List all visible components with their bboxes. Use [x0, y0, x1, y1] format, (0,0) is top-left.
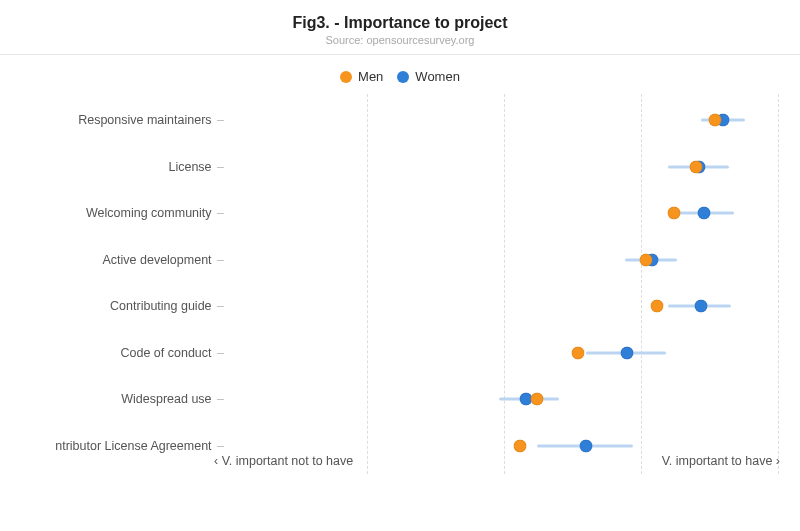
y-tick-label: Widespread use: [121, 392, 224, 406]
dot-women[interactable]: [580, 440, 593, 453]
gridline: [778, 94, 779, 474]
dot-men[interactable]: [530, 393, 543, 406]
y-tick-label: ntributor License Agreement: [55, 439, 224, 453]
dot-men[interactable]: [640, 253, 653, 266]
gridline: [367, 94, 368, 474]
legend-label-women: Women: [415, 69, 460, 84]
y-tick-label: Welcoming community: [86, 206, 224, 220]
x-label-left: ‹ V. important not to have: [214, 454, 353, 468]
y-tick-label: Active development: [102, 253, 224, 267]
chart-subtitle: Source: opensourcesurvey.org: [0, 34, 800, 46]
x-label-right: V. important to have ›: [662, 454, 780, 468]
y-tick-label: Code of conduct: [121, 346, 224, 360]
gridline: [641, 94, 642, 474]
dot-men[interactable]: [667, 207, 680, 220]
legend: Men Women: [0, 69, 800, 84]
chart-container: Fig3. - Importance to project Source: op…: [0, 0, 800, 531]
y-tick-label: Responsive maintainers: [78, 113, 224, 127]
dot-men[interactable]: [708, 114, 721, 127]
dot-men[interactable]: [514, 440, 527, 453]
legend-item-women[interactable]: Women: [397, 69, 460, 84]
dot-women[interactable]: [621, 346, 634, 359]
legend-swatch-men: [340, 71, 352, 83]
dot-women[interactable]: [698, 207, 711, 220]
dot-men[interactable]: [689, 160, 702, 173]
y-tick-label: Contributing guide: [110, 299, 224, 313]
gridline: [504, 94, 505, 474]
y-tick-label: License: [168, 160, 224, 174]
dot-men[interactable]: [571, 346, 584, 359]
plot-area: Responsive maintainersLicenseWelcoming c…: [0, 94, 800, 474]
source-link[interactable]: opensourcesurvey.org: [366, 34, 474, 46]
legend-label-men: Men: [358, 69, 383, 84]
dot-women[interactable]: [695, 300, 708, 313]
y-axis-labels: Responsive maintainersLicenseWelcoming c…: [0, 94, 230, 474]
legend-swatch-women: [397, 71, 409, 83]
x-axis-labels: ‹ V. important not to have V. important …: [230, 454, 778, 482]
legend-item-men[interactable]: Men: [340, 69, 383, 84]
divider: [0, 54, 800, 55]
dot-men[interactable]: [651, 300, 664, 313]
plot: [230, 94, 778, 474]
chart-title: Fig3. - Importance to project: [0, 14, 800, 32]
